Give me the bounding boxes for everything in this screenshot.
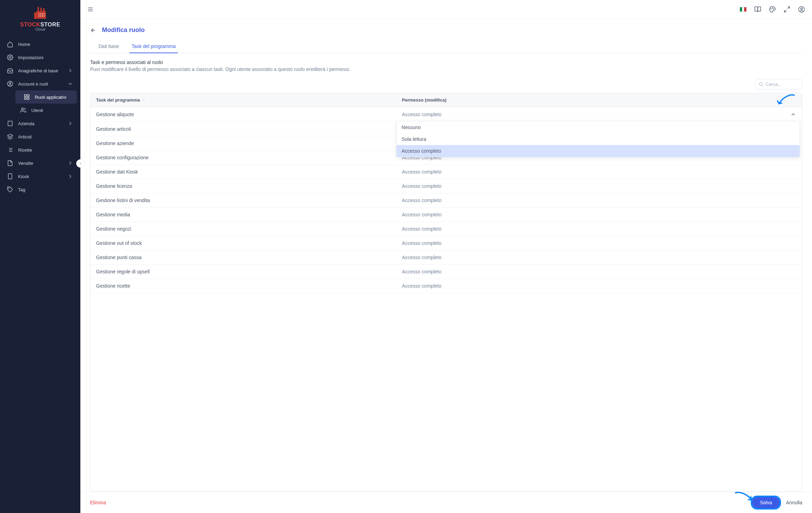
search [756,79,802,89]
svg-point-10 [40,14,41,15]
layers-icon [7,134,13,140]
perm-value: Accesso completo [402,112,441,117]
delete-button[interactable]: Elimina [90,500,106,505]
cell-perm[interactable]: Accesso completo [396,265,802,279]
cell-perm[interactable]: Accesso completo [396,165,802,179]
flag-italy-icon[interactable] [740,7,747,12]
sidebar-item-label: Tag [18,187,25,192]
fullscreen-icon[interactable] [783,6,790,13]
sidebar-item-home[interactable]: Home [0,38,80,51]
svg-point-7 [42,16,43,17]
cell-task: Gestione ricette [90,279,396,293]
logo-icon [33,6,48,19]
column-header-perm[interactable]: Permesso (modifica) [396,93,802,107]
sidebar-item-label: Account e ruoli [18,81,48,87]
user-circle-icon [7,81,13,87]
table-row: Gestione listini di venditaAccesso compl… [90,193,802,208]
table-toolbar [90,75,802,93]
dropdown-option[interactable]: Nessuno [397,121,799,133]
sidebar-item-label: Articoli [18,134,32,139]
sidebar-sub-account: Ruoli applicativi Utenti [0,90,80,117]
sidebar-item-account[interactable]: Account e ruoli [0,77,80,90]
column-header-task[interactable]: Task del programma↑ [90,93,396,107]
palette-icon[interactable] [769,6,776,13]
save-button[interactable]: Salva [752,497,780,508]
cell-task: Gestione aliquote [90,107,396,122]
cell-perm[interactable]: Accesso completo [396,193,802,208]
building-icon [7,120,13,127]
sidebar-subitem-utenti[interactable]: Utenti [12,104,80,117]
svg-point-20 [22,108,24,110]
footer: Elimina Salva Annulla [80,492,812,513]
doc-icon [7,160,13,166]
sidebar-item-label: Impostazioni [18,55,43,60]
svg-point-5 [38,16,39,17]
sidebar-item-ricette[interactable]: Ricette [0,143,80,157]
cell-perm[interactable]: Accesso completo [396,208,802,222]
perm-value: Accesso completo [402,240,441,246]
cell-perm[interactable]: Accesso completo [396,222,802,236]
perm-value: Accesso completo [402,212,441,217]
svg-rect-2 [38,7,39,11]
book-icon[interactable] [754,6,761,13]
tab-task-programma[interactable]: Task del programma [129,40,178,53]
sidebar-item-impostazioni[interactable]: Impostazioni [0,51,80,64]
svg-point-43 [773,8,774,9]
sidebar-subitem-ruoli[interactable]: Ruoli applicativi [15,90,77,104]
table-row: Gestione licenzaAccesso completo [90,179,802,193]
svg-point-6 [40,16,41,17]
list-icon [7,147,13,153]
cancel-button[interactable]: Annulla [786,500,802,505]
sidebar: STOCKSTORE Cloud Home Impostazioni Anagr… [0,0,80,513]
dropdown-option[interactable]: Accesso completo [397,145,799,157]
svg-point-47 [759,82,762,85]
footer-right: Salva Annulla [752,497,802,508]
table-row: Gestione mediaAccesso completo [90,208,802,222]
chevron-right-icon [67,160,73,166]
content: Modifica ruolo Dati base Task del progra… [80,19,812,492]
cell-perm[interactable]: Accesso completo [396,179,802,193]
perm-value: Accesso completo [402,198,441,203]
cell-perm[interactable]: Accesso completoNessunoSola letturaAcces… [396,107,802,122]
page-title: Modifica ruolo [102,26,145,34]
back-arrow-icon[interactable] [90,27,96,33]
svg-rect-4 [43,8,45,11]
svg-rect-1 [34,13,38,19]
sidebar-item-label: Vendite [18,161,33,166]
topbar [80,0,812,19]
perm-dropdown: NessunoSola letturaAccesso completo [396,121,800,157]
svg-point-44 [799,6,805,12]
sidebar-collapse-button[interactable] [76,159,85,168]
cell-task: Gestione configurazione [90,151,396,165]
chevron-up-icon[interactable] [790,111,796,118]
table-row: Gestione out of stockAccesso completo [90,236,802,250]
sidebar-item-anagrafiche[interactable]: Anagrafiche di base [0,64,80,77]
cell-perm[interactable]: Accesso completo [396,279,802,293]
sidebar-item-vendite[interactable]: Vendite [0,157,80,170]
logo-subtitle: Cloud [0,27,80,31]
sidebar-item-azienda[interactable]: Azienda [0,117,80,130]
perm-value: Accesso completo [402,283,441,289]
hamburger-icon[interactable] [87,6,94,13]
cell-perm[interactable]: Accesso completo [396,250,802,265]
tabs: Dati base Task del programma [90,40,802,53]
tab-dati-base[interactable]: Dati base [96,40,121,53]
logo: STOCKSTORE Cloud [0,0,80,35]
user-icon[interactable] [798,6,805,13]
table-row: Gestione punti cassaAccesso completo [90,250,802,265]
dropdown-option[interactable]: Sola lettura [397,133,799,145]
table-row: Gestione negoziAccesso completo [90,222,802,236]
sidebar-item-label: Azienda [18,121,34,126]
svg-line-48 [762,85,763,86]
sidebar-item-kiosk[interactable]: Kiosk [0,170,80,183]
svg-point-45 [801,8,803,9]
sidebar-item-tag[interactable]: Tag [0,183,80,196]
svg-point-12 [43,14,45,15]
sidebar-item-articoli[interactable]: Articoli [0,130,80,143]
chevron-right-icon [67,67,73,74]
intro-desc: Puoi modificare il livello di permesso a… [90,66,802,72]
svg-rect-3 [40,8,42,11]
table-row: Gestione ricetteAccesso completo [90,279,802,293]
cell-perm[interactable]: Accesso completo [396,236,802,250]
grid-icon [24,94,30,100]
